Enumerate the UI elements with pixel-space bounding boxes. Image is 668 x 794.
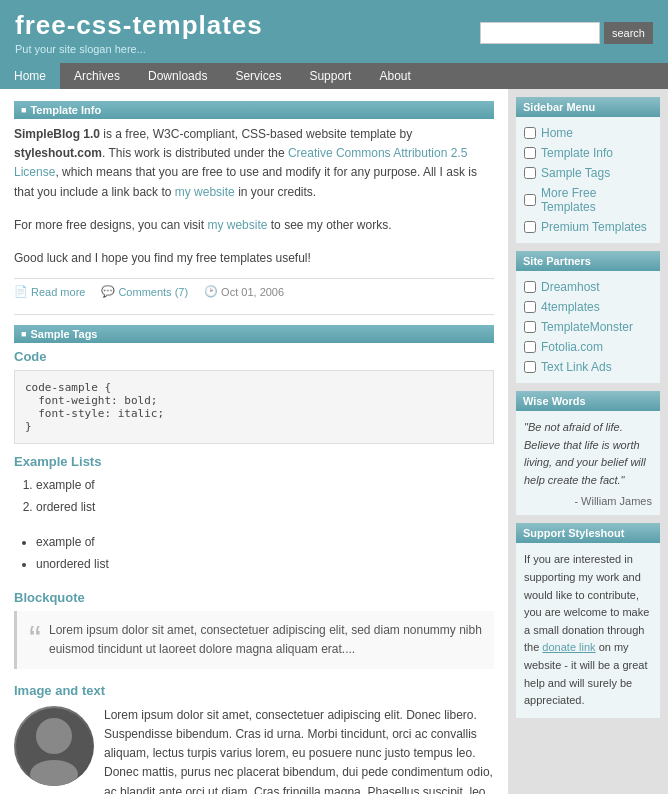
sidebar-link-template-info[interactable]: Template Info [541,146,613,160]
header: free-css-templates Put your site slogan … [0,0,668,63]
sidebar-link-fotolia[interactable]: Fotolia.com [541,340,603,354]
sidebar-check-more-templates[interactable] [524,194,536,206]
search-form: search [480,22,653,44]
sidebar-wise-words-block: Wise Words "Be not afraid of life. Belie… [516,391,660,515]
section-icon: ■ [21,105,26,115]
sidebar-partners-block: Site Partners Dreamhost 4templates Templ… [516,251,660,383]
post-footer: 📄 Read more 💬 Comments (7) 🕑 Oct 01, 200… [14,278,494,298]
nav-archives[interactable]: Archives [60,63,134,89]
code-content: code-sample { font-weight: bold; font-st… [25,381,483,433]
sidebar-link-sample-tags[interactable]: Sample Tags [541,166,610,180]
read-more-link[interactable]: 📄 Read more [14,285,85,298]
img-text-label: Image and text [14,683,494,698]
nav-downloads[interactable]: Downloads [134,63,221,89]
sidebar-item-template-info[interactable]: Template Info [524,143,652,163]
unordered-item-2: unordered list [36,554,494,576]
sidebar-item-home[interactable]: Home [524,123,652,143]
sidebar-item-premium[interactable]: Premium Templates [524,217,652,237]
sidebar-item-templatemonster[interactable]: TemplateMonster [524,317,652,337]
svg-point-1 [36,718,72,754]
wise-words-author: - William James [524,495,652,507]
sidebar-item-more-templates[interactable]: More Free Templates [524,183,652,217]
article-image-svg [14,706,94,786]
site-slogan: Put your site slogan here... [15,43,263,55]
sidebar-support-title: Support Styleshout [516,523,660,543]
ordered-list: example of ordered list [36,475,494,518]
sidebar-link-home[interactable]: Home [541,126,573,140]
wise-words-box: "Be not afraid of life. Believe that lif… [516,411,660,515]
sample-tags-title: Sample Tags [30,328,97,340]
donate-link[interactable]: donate link [542,641,595,653]
ordered-item-2: ordered list [36,497,494,519]
sample-tags-header: ■ Sample Tags [14,325,494,343]
sidebar-check-fotolia[interactable] [524,341,536,353]
sidebar-item-fotolia[interactable]: Fotolia.com [524,337,652,357]
sidebar-check-home[interactable] [524,127,536,139]
wrapper: ■ Template Info SimpleBlog 1.0 is a free… [0,89,668,794]
divider1 [14,314,494,315]
sidebar-link-premium[interactable]: Premium Templates [541,220,647,234]
nav: Home Archives Downloads Services Support… [0,63,668,89]
code-block: code-sample { font-weight: bold; font-st… [14,370,494,444]
sidebar-check-template-info[interactable] [524,147,536,159]
sidebar-item-dreamhost[interactable]: Dreamhost [524,277,652,297]
template-info-body3: Good luck and I hope you find my free te… [14,249,494,268]
template-info-title: Template Info [30,104,101,116]
sidebar-item-4templates[interactable]: 4templates [524,297,652,317]
comment-icon: 💬 [101,285,115,298]
sidebar-check-dreamhost[interactable] [524,281,536,293]
sidebar-check-premium[interactable] [524,221,536,233]
template-info-header: ■ Template Info [14,101,494,119]
nav-support[interactable]: Support [295,63,365,89]
sidebar-partners: Dreamhost 4templates TemplateMonster Fot… [516,271,660,383]
unordered-list: example of unordered list [36,532,494,575]
quote-mark: “ [29,621,41,652]
nav-services[interactable]: Services [221,63,295,89]
code-label: Code [14,349,494,364]
sidebar-check-templatemonster[interactable] [524,321,536,333]
template-info-section: ■ Template Info SimpleBlog 1.0 is a free… [14,101,494,298]
date-text: 🕑 Oct 01, 2006 [204,285,284,298]
template-info-body1: SimpleBlog 1.0 is a free, W3C-compliant,… [14,125,494,202]
sidebar-support-block: Support Styleshout If you are interested… [516,523,660,717]
page-icon: 📄 [14,285,28,298]
site-title: free-css-templates [15,10,263,41]
sidebar-link-4templates[interactable]: 4templates [541,300,600,314]
sidebar-item-textlinkads[interactable]: Text Link Ads [524,357,652,377]
support-box: If you are interested in supporting my w… [516,543,660,717]
article-image [14,706,94,786]
sidebar-wise-words-title: Wise Words [516,391,660,411]
img-text-block: Lorem ipsum dolor sit amet, consectetuer… [14,706,494,794]
lists-label: Example Lists [14,454,494,469]
sidebar-check-sample-tags[interactable] [524,167,536,179]
blockquote-label: Blockquote [14,590,494,605]
search-input[interactable] [480,22,600,44]
blockquote-text: Lorem ipsum dolor sit amet, consectetuer… [49,621,482,659]
blockquote-box: “ Lorem ipsum dolor sit amet, consectetu… [14,611,494,669]
sidebar-check-4templates[interactable] [524,301,536,313]
sidebar-menu: Home Template Info Sample Tags More Free… [516,117,660,243]
template-info-body2: For more free designs, you can visit my … [14,216,494,235]
wise-words-quote: "Be not afraid of life. Believe that lif… [524,419,652,489]
nav-home[interactable]: Home [0,63,60,89]
ordered-item-1: example of [36,475,494,497]
sidebar-menu-title: Sidebar Menu [516,97,660,117]
sidebar-link-dreamhost[interactable]: Dreamhost [541,280,600,294]
sidebar-item-sample-tags[interactable]: Sample Tags [524,163,652,183]
sidebar-link-textlinkads[interactable]: Text Link Ads [541,360,612,374]
main-content: ■ Template Info SimpleBlog 1.0 is a free… [0,89,508,794]
img-text-body: Lorem ipsum dolor sit amet, consectetuer… [104,706,494,794]
sidebar-partners-title: Site Partners [516,251,660,271]
search-button[interactable]: search [604,22,653,44]
sidebar: Sidebar Menu Home Template Info Sample T… [508,89,668,794]
sidebar-menu-block: Sidebar Menu Home Template Info Sample T… [516,97,660,243]
unordered-item-1: example of [36,532,494,554]
sidebar-link-templatemonster[interactable]: TemplateMonster [541,320,633,334]
clock-icon: 🕑 [204,285,218,298]
sidebar-check-textlinkads[interactable] [524,361,536,373]
sample-tags-section: ■ Sample Tags Code code-sample { font-we… [14,325,494,794]
sidebar-link-more-templates[interactable]: More Free Templates [541,186,652,214]
comments-link[interactable]: 💬 Comments (7) [101,285,188,298]
section-icon2: ■ [21,329,26,339]
nav-about[interactable]: About [365,63,424,89]
